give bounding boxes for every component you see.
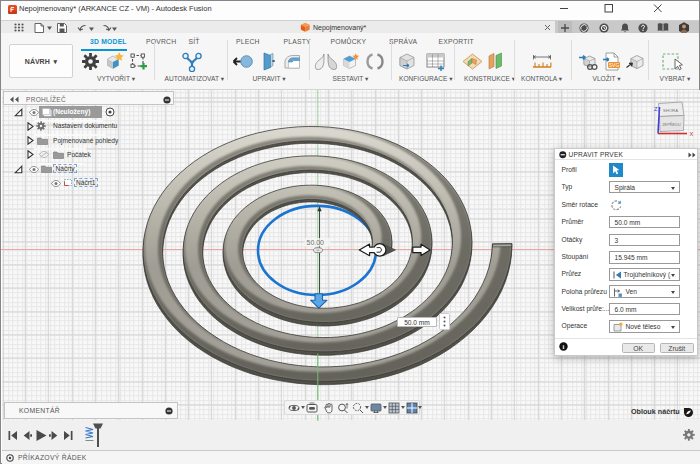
- svg-text:SHORA: SHORA: [663, 108, 678, 113]
- svg-text:Z: Z: [654, 106, 658, 112]
- svg-text:ZEPŘEDU: ZEPŘEDU: [662, 122, 681, 127]
- svg-text:X: X: [690, 131, 694, 137]
- svg-text:50.00: 50.00: [307, 239, 325, 246]
- svg-text:SVG: SVG: [609, 61, 620, 67]
- svg-text:i: i: [562, 343, 564, 350]
